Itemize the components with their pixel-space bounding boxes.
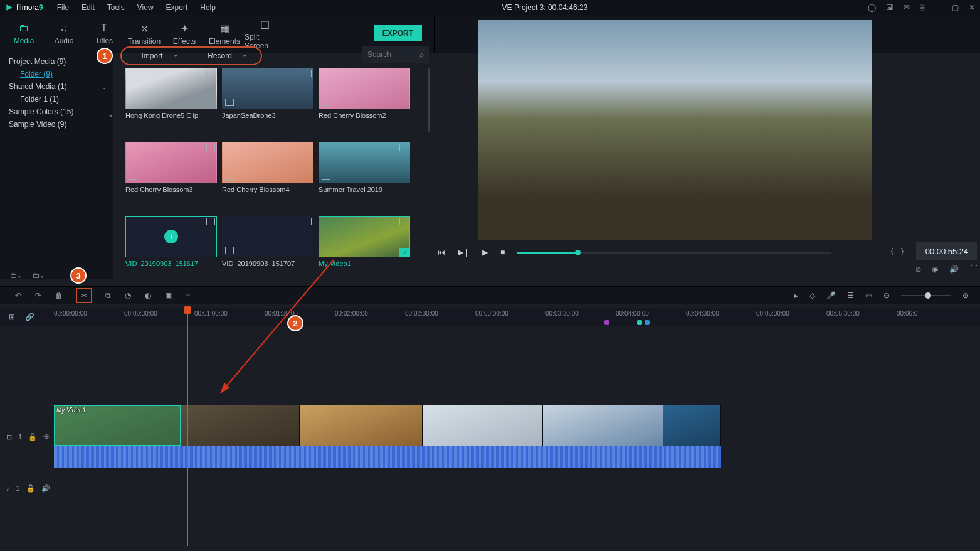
menu-tools[interactable]: Tools xyxy=(101,3,131,12)
media-item[interactable]: ✓ My Video1 xyxy=(319,216,410,281)
tree-sample-colors[interactable]: Sample Colors (15) xyxy=(0,105,113,118)
eye-icon[interactable]: 👁 xyxy=(43,433,50,441)
search-box[interactable]: ⌕ xyxy=(362,46,429,63)
video-track-header[interactable]: ⊞1 🔓 👁 xyxy=(0,425,54,448)
menu-view[interactable]: View xyxy=(131,3,160,12)
lock-icon[interactable]: 🔓 xyxy=(26,484,35,493)
crop-icon[interactable]: ⧉ xyxy=(105,291,111,300)
color-icon[interactable]: ◐ xyxy=(145,291,151,300)
volume-icon[interactable]: 🔊 xyxy=(949,265,959,274)
preview-clip-icon[interactable] xyxy=(129,247,137,254)
split-clip-button[interactable]: ✂ xyxy=(76,288,92,303)
mark-in-out-icon[interactable]: { } xyxy=(891,246,906,255)
lock-icon[interactable]: 🔓 xyxy=(28,433,37,441)
media-item[interactable]: Red Cherry Blossom3 xyxy=(125,142,217,212)
redo-icon[interactable]: ↷ xyxy=(35,291,41,300)
play-pause-icon[interactable]: ▶❙ xyxy=(458,248,470,257)
tab-media[interactable]: 🗀Media xyxy=(4,15,44,53)
menu-help[interactable]: Help xyxy=(194,3,222,12)
preview-clip-icon[interactable] xyxy=(322,247,330,254)
media-scrollbar[interactable] xyxy=(428,68,430,132)
maximize-icon[interactable]: ▢ xyxy=(952,3,959,12)
media-thumbnail[interactable] xyxy=(125,68,217,109)
audio-clip[interactable] xyxy=(54,446,721,468)
tree-folder-1[interactable]: Folder 1 (1) xyxy=(0,93,113,105)
preview-clip-icon[interactable] xyxy=(322,173,330,180)
preview-clip-icon[interactable] xyxy=(225,173,234,180)
tree-sample-video[interactable]: Sample Video (9) xyxy=(0,118,113,131)
preview-clip-icon[interactable] xyxy=(129,173,137,180)
tree-folder-9[interactable]: Folder (9) xyxy=(0,68,113,80)
media-thumbnail[interactable] xyxy=(319,68,410,109)
video-track-1[interactable]: My Video1 xyxy=(54,405,721,446)
zoom-in-icon[interactable]: ⊕ xyxy=(962,291,969,300)
marker-icon[interactable]: ◇ xyxy=(809,291,815,300)
prev-frame-icon[interactable]: ⏮ xyxy=(438,248,445,257)
collapse-tree-icon[interactable]: ◂ xyxy=(109,112,112,119)
menu-file[interactable]: File xyxy=(51,3,75,12)
add-to-timeline-icon[interactable]: + xyxy=(164,230,178,243)
preview-progress[interactable] xyxy=(517,252,831,254)
preview-clip-icon[interactable] xyxy=(129,99,137,106)
tab-audio[interactable]: ♫Audio xyxy=(44,15,84,53)
media-thumbnail[interactable] xyxy=(319,142,410,183)
render-icon[interactable]: ▸ xyxy=(794,291,798,300)
adjust-icon[interactable]: ≡ xyxy=(186,291,190,300)
preview-viewport[interactable] xyxy=(478,20,872,240)
speed-icon[interactable]: ◔ xyxy=(125,291,131,300)
tree-project-media[interactable]: Project Media (9)⌄ xyxy=(0,55,113,68)
play-icon[interactable]: ▶ xyxy=(482,248,488,257)
timeline-marker[interactable] xyxy=(604,320,609,325)
fullscreen-icon[interactable]: ⛶ xyxy=(970,265,977,274)
audio-track-header[interactable]: ♪1 🔓 🔊 xyxy=(0,477,54,500)
media-item[interactable]: Summer Travel 2019 xyxy=(319,142,410,212)
chevron-down-icon[interactable]: ⌄ xyxy=(102,83,107,90)
menu-export[interactable]: Export xyxy=(160,3,194,12)
playhead[interactable] xyxy=(187,308,188,546)
search-icon[interactable]: ⌕ xyxy=(419,50,424,59)
menu-edit[interactable]: Edit xyxy=(75,3,101,12)
media-thumbnail[interactable]: + xyxy=(125,216,217,257)
media-thumbnail[interactable] xyxy=(222,142,313,183)
preview-clip-icon[interactable] xyxy=(225,247,234,254)
timeline-marker[interactable] xyxy=(645,320,650,325)
undo-icon[interactable]: ↶ xyxy=(15,291,21,300)
delete-icon[interactable]: 🗑 xyxy=(55,291,63,300)
save-icon[interactable]: 🖫 xyxy=(886,3,893,12)
snapshot-icon[interactable]: ◉ xyxy=(932,265,938,274)
import-dropdown[interactable]: Import▾ xyxy=(125,48,193,64)
media-item[interactable]: JapanSeaDrone3 xyxy=(222,68,313,138)
media-item[interactable]: Red Cherry Blossom2 xyxy=(319,68,410,138)
media-thumbnail[interactable] xyxy=(222,68,313,109)
display-settings-icon[interactable]: ⎚ xyxy=(916,265,920,274)
preview-clip-icon[interactable] xyxy=(322,99,330,106)
user-icon[interactable]: ◯ xyxy=(868,3,876,12)
stop-icon[interactable]: ■ xyxy=(500,248,505,257)
add-track-icon[interactable]: ⊞ xyxy=(9,313,15,321)
speaker-icon[interactable]: 🔊 xyxy=(41,484,50,493)
voiceover-icon[interactable]: 🎤 xyxy=(826,291,836,300)
zoom-out-icon[interactable]: ⊖ xyxy=(883,291,890,300)
record-dropdown[interactable]: Record▾ xyxy=(193,48,261,64)
preview-clip-icon[interactable] xyxy=(225,99,234,106)
media-item[interactable]: Red Cherry Blossom4 xyxy=(222,142,313,212)
zoom-slider[interactable] xyxy=(901,295,951,296)
timeline-marker[interactable] xyxy=(637,320,642,325)
mixer-icon[interactable]: ☰ xyxy=(847,291,854,300)
new-folder-icon[interactable]: 🗀₊ xyxy=(10,271,21,280)
media-item[interactable]: VID_20190903_151707 xyxy=(222,216,313,281)
link-icon[interactable]: 🔗 xyxy=(25,313,34,321)
export-button[interactable]: EXPORT xyxy=(374,25,422,41)
media-item[interactable]: Hong Kong Drone5 Clip xyxy=(125,68,217,138)
media-item[interactable]: + VID_20190903_151617 xyxy=(125,216,217,281)
zoom-fit-icon[interactable]: ▭ xyxy=(865,291,872,300)
media-thumbnail[interactable] xyxy=(125,142,217,183)
delete-folder-icon[interactable]: 🗀ₓ xyxy=(33,271,43,280)
green-screen-icon[interactable]: ▣ xyxy=(165,291,172,300)
mic-icon[interactable]: ⍯ xyxy=(920,3,924,12)
media-thumbnail[interactable] xyxy=(222,216,313,257)
search-input[interactable] xyxy=(367,50,411,59)
mail-icon[interactable]: ✉ xyxy=(904,3,910,12)
timeline-ruler[interactable]: 00:00:00:0000:00:30:0000:01:00:0000:01:3… xyxy=(54,308,976,326)
media-thumbnail[interactable]: ✓ xyxy=(319,216,410,257)
